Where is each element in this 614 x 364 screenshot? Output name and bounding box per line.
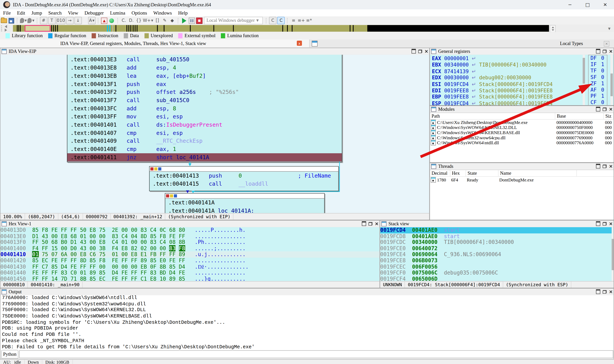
- stack-row[interactable]: 0019FCD4 00401AE0 start: [380, 227, 614, 233]
- toolbar-edit-pencil-button[interactable]: ✎: [161, 17, 168, 24]
- threads-column-state[interactable]: State: [466, 170, 499, 176]
- toolbar-jump-forward-button[interactable]: ▼: [28, 17, 34, 24]
- threads-column-hex[interactable]: Hex: [450, 170, 466, 176]
- ida-view-titlebar[interactable]: IDA View-EIP ×: [0, 48, 429, 55]
- toolbar-jump-back-button[interactable]: ▼: [20, 17, 27, 24]
- module-row[interactable]: C:\Windows\SysWOW64\ntdll.dll00000000776…: [430, 140, 614, 145]
- registers-maximize-icon[interactable]: [596, 49, 600, 53]
- toolbar-braces-button[interactable]: {}: [136, 17, 142, 24]
- register-row[interactable]: EBP 0019FEE8 ↵ Stack[000006F4]:0019FEE8: [430, 94, 582, 100]
- hexview-titlebar[interactable]: Hex View-1 ×: [0, 221, 379, 228]
- toolbar-drag-handle-icon[interactable]: [1, 26, 3, 31]
- toolbar-stop-process-button[interactable]: [196, 17, 203, 24]
- toolbar-breakpoint-toggle-button[interactable]: ▲: [101, 17, 108, 24]
- register-row[interactable]: ESP 0019FCD4 ↵ Stack[000006F4]:0019FCD4: [430, 100, 582, 105]
- desktop-windows-icon[interactable]: [312, 41, 318, 47]
- close-button[interactable]: ✕: [596, 0, 614, 9]
- toolbar-pause-process-button[interactable]: [188, 17, 195, 24]
- desktop-tab[interactable]: IDA View-EIP, General registers, Modules…: [0, 39, 310, 47]
- stackview-titlebar[interactable]: Stack view ×: [380, 221, 614, 228]
- menu-item-jump[interactable]: Jump: [28, 10, 45, 16]
- toolbar-trace-opts-button[interactable]: ≡*: [306, 17, 312, 24]
- modules-titlebar[interactable]: Modules ×: [430, 106, 614, 113]
- navigation-band[interactable]: [13, 25, 549, 32]
- flag-row[interactable]: CF0: [588, 99, 607, 105]
- toolbar-goto-button[interactable]: →: [66, 17, 73, 24]
- minimize-button[interactable]: ─: [561, 0, 579, 9]
- flag-row[interactable]: AF0: [588, 87, 607, 93]
- modules-maximize-icon[interactable]: [596, 107, 600, 111]
- debugger-select[interactable]: Local Windows debugger▼: [204, 17, 263, 24]
- menu-item-debugger[interactable]: Debugger: [81, 10, 107, 16]
- ida-view-close-icon[interactable]: ×: [424, 49, 429, 53]
- toolbar-open-file-button[interactable]: [0, 17, 7, 24]
- hex-row[interactable]: 00401420 85 EC FE FF FF 8D 85 F8 FE FF F…: [0, 258, 379, 264]
- toolbar-watch-add-button[interactable]: W+▼: [143, 17, 153, 24]
- toolbar-start-process-button[interactable]: [181, 17, 188, 24]
- stack-row[interactable]: 0019FCE8 006B0073: [380, 258, 614, 264]
- output-line[interactable]: PDB: Failed to get PDB file details from…: [0, 344, 614, 351]
- menu-item-windows[interactable]: Windows: [150, 10, 175, 16]
- modules-column-base[interactable]: Base: [555, 113, 604, 119]
- stack-row[interactable]: 0019FCEC 006F0056: [380, 264, 614, 270]
- registers-list[interactable]: EAX 00000001 ↵EBX 00340000 ↵ TIB[000006F…: [430, 55, 614, 105]
- navband-scroll-buttons[interactable]: [550, 25, 556, 33]
- menu-item-help[interactable]: Help: [175, 10, 191, 16]
- module-row[interactable]: C:\Windows\System32\wow64cpu.dll00000000…: [430, 135, 614, 140]
- toolbar-pause-diamond-button[interactable]: ◆: [169, 17, 176, 24]
- toolbar-font-button-button[interactable]: A▼: [88, 17, 96, 24]
- register-row[interactable]: ECX 87414139 ↵: [430, 68, 582, 75]
- flag-row[interactable]: DF0: [588, 55, 607, 62]
- register-row[interactable]: EDX 00030000 ↵ debug002:00030000: [430, 75, 582, 81]
- output-line[interactable]: PDBSRC: loading symbols for 'C:\Users\Xu…: [0, 320, 614, 326]
- menu-item-search[interactable]: Search: [45, 10, 65, 16]
- toolbar-compile-c-button[interactable]: C: [269, 17, 277, 24]
- modules-column-siz[interactable]: Siz: [604, 113, 614, 119]
- stack-list[interactable]: 0019FCD4 00401AE0 start0019FCD8 00401AE0…: [380, 227, 614, 282]
- stack-row[interactable]: 0019FCDC 00340000 TIB[000006F4]:00340000: [380, 239, 614, 246]
- menu-item-lumina[interactable]: Lumina: [107, 10, 128, 16]
- toolbar-calls-view-button[interactable]: C.: [121, 17, 127, 24]
- hexview-float-icon[interactable]: [368, 222, 372, 225]
- module-row[interactable]: C:\Windows\SysWOW64\KERNEL32.DLL00000000…: [430, 125, 614, 130]
- threads-column-name[interactable]: Name: [499, 170, 577, 176]
- toolbar-run-indicator-button[interactable]: [108, 17, 115, 24]
- ida-view-maximize-icon[interactable]: [412, 49, 416, 53]
- maximize-button[interactable]: □: [579, 0, 596, 9]
- toolbar-debug-il-button[interactable]: D.: [128, 17, 135, 24]
- python-console-input[interactable]: [19, 351, 613, 358]
- registers-close-icon[interactable]: ×: [609, 49, 613, 53]
- toolbar-hash-view-button[interactable]: #: [40, 17, 47, 24]
- toolbar-brackets-button[interactable]: []: [154, 17, 161, 24]
- stackview-maximize-icon[interactable]: [596, 221, 600, 226]
- menu-item-view[interactable]: View: [65, 10, 81, 16]
- hex-row[interactable]: 004013F0 FF 50 68 B0 D1 43 00 E8 C4 01 0…: [0, 239, 379, 246]
- toolbar-jump-down-button[interactable]: ↓: [74, 17, 82, 24]
- toolbar-text-view-button[interactable]: T: [48, 17, 56, 24]
- modules-float-icon[interactable]: [603, 107, 607, 111]
- flag-row[interactable]: SF0: [588, 74, 607, 80]
- stackview-close-icon[interactable]: ×: [609, 221, 613, 226]
- local-types-tab[interactable]: Local Types ✕: [547, 39, 614, 47]
- toolbar-binary-view-button[interactable]: 010: [56, 17, 65, 24]
- hexview-close-icon[interactable]: ×: [375, 221, 379, 226]
- module-row[interactable]: C:\Users\Xu Zhiheng\Desktop\DontDebugMe.…: [430, 119, 614, 125]
- register-row[interactable]: EAX 00000001 ↵: [430, 56, 582, 62]
- python-selector-button[interactable]: Python: [1, 350, 18, 359]
- hex-row[interactable]: 004013E0 D1 43 00 E8 68 01 00 00 83 C4 0…: [0, 233, 379, 239]
- stack-row[interactable]: 0019FCE4 00690064 C_936.NLS:00690064: [380, 252, 614, 258]
- output-line[interactable]: 776A0000: loaded C:\Windows\SysWOW64\ntd…: [0, 295, 614, 301]
- desktop-tab-close-icon[interactable]: x: [297, 41, 302, 46]
- flag-row[interactable]: TF0: [588, 68, 607, 74]
- output-line[interactable]: Please check _NT_SYMBOL_PATH: [0, 338, 614, 344]
- toolbar-trace-list-button[interactable]: ≡+: [298, 17, 305, 24]
- output-maximize-icon[interactable]: [596, 289, 600, 294]
- stack-row[interactable]: 0019FCD8 00401AE0 start: [380, 233, 614, 239]
- hex-row[interactable]: 00401440 FE FF FF 83 C0 01 89 85 D4 FE F…: [0, 270, 379, 276]
- navband-view-box[interactable]: [25, 25, 51, 32]
- hex-dump[interactable]: 004013D0 85 F8 FE FF FF 50 E8 75 2E 00 0…: [0, 227, 379, 282]
- local-types-close-icon[interactable]: ✕: [604, 41, 609, 47]
- hex-row[interactable]: 00401430 FF C7 85 D4 FE FF FF 00 00 00 0…: [0, 264, 379, 270]
- hex-row[interactable]: 00401400 F4 FF 15 00 D0 43 00 3B F4 E8 8…: [0, 246, 379, 252]
- toolbar-quick-compile-c-button[interactable]: C: [277, 17, 285, 24]
